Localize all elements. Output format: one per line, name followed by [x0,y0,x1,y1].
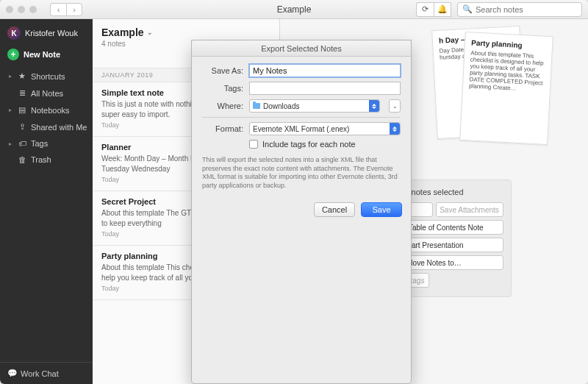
cancel-button[interactable]: Cancel [314,202,355,217]
nav-buttons: ‹ › [50,3,82,16]
card-title: Party planning [471,38,546,50]
select-stepper-icon [369,100,379,112]
sidebar-item-notebooks[interactable]: ▸▤Notebooks [4,102,93,118]
format-select[interactable]: Evernote XML Format (.enex) [249,122,401,135]
sync-icon[interactable]: ⟳ [416,2,434,17]
tags-label: Tags: [202,84,243,93]
include-tags-checkbox[interactable] [249,140,258,149]
sidebar: K Kristofer Wouk + New Note ▸★Shortcuts … [0,19,93,384]
save-button[interactable]: Save [361,202,402,217]
star-icon: ★ [18,71,26,81]
sidebar-item-label: Trash [31,155,51,164]
shared-icon: ⇪ [18,122,26,132]
new-note-button[interactable]: + New Note [7,49,93,60]
chevron-right-icon: ▸ [9,141,13,147]
forward-button[interactable]: › [66,3,82,16]
user-name: Kristofer Wouk [25,29,78,38]
account-row[interactable]: K Kristofer Wouk [0,19,93,46]
plus-icon: + [7,49,19,60]
tag-icon: 🏷 [18,139,26,148]
format-label: Format: [202,124,243,133]
format-value: Evernote XML Format (.enex) [253,125,349,133]
activity-icon[interactable]: 🔔 [434,2,451,17]
new-note-label: New Note [24,50,60,59]
save-as-label: Save As: [202,66,243,75]
chevron-right-icon: ▸ [9,107,13,113]
save-as-input[interactable] [249,64,401,77]
traffic-lights[interactable] [6,6,37,13]
close-dot[interactable] [6,6,13,13]
sidebar-item-allnotes[interactable]: ≣All Notes [4,85,93,102]
zoom-dot[interactable] [29,6,37,13]
include-tags-label: Include tags for each note [262,140,356,149]
dialog-title: Export Selected Notes [192,40,411,57]
chat-icon: 💬 [7,369,16,378]
sidebar-items: ▸★Shortcuts ≣All Notes ▸▤Notebooks ⇪Shar… [0,68,93,168]
avatar: K [7,26,21,40]
sidebar-item-label: Tags [31,139,48,148]
help-text: This will export the selected notes into… [202,153,401,192]
folder-icon [253,103,260,109]
sidebar-item-label: Shortcuts [31,72,65,81]
where-label: Where: [202,102,243,110]
sidebar-item-trash[interactable]: 🗑Trash [4,152,93,168]
search-icon: 🔍 [462,4,473,14]
select-stepper-icon [390,123,400,135]
chevron-right-icon: ▸ [9,73,13,79]
sidebar-item-label: Shared with Me [31,123,87,132]
search-input[interactable] [476,5,577,14]
notebook-title[interactable]: Example⌄ [101,26,270,38]
sidebar-item-label: All Notes [31,89,63,98]
sidebar-item-label: Notebooks [31,106,70,115]
where-value: Downloads [263,102,299,110]
app-window: ‹ › Example ⟳ 🔔 🔍 K Kristofer Wouk + New… [0,0,588,384]
disclosure-button[interactable]: ⌄ [389,99,401,113]
minimize-dot[interactable] [18,6,25,13]
card-body: About this template This checklist is de… [469,49,546,93]
sidebar-item-tags[interactable]: ▸🏷Tags [4,135,93,152]
titlebar: ‹ › Example ⟳ 🔔 🔍 [0,0,588,19]
notebook-icon: ▤ [18,105,26,115]
export-dialog: Export Selected Notes Save As: Tags: Whe… [191,40,412,384]
search-box[interactable]: 🔍 [457,2,582,17]
trash-icon: 🗑 [18,155,26,164]
workchat-button[interactable]: 💬 Work Chat [0,362,93,384]
notes-icon: ≣ [18,88,26,98]
where-select[interactable]: Downloads [249,99,380,113]
workchat-label: Work Chat [21,369,59,378]
save-attachments-button[interactable]: Save Attachments [436,202,503,217]
sidebar-item-shared[interactable]: ⇪Shared with Me [4,118,93,135]
note-card[interactable]: Party planning About this template This … [459,32,553,145]
tags-input[interactable] [249,82,401,95]
sidebar-item-shortcuts[interactable]: ▸★Shortcuts [4,68,93,85]
chevron-down-icon: ⌄ [147,29,153,36]
back-button[interactable]: ‹ [50,3,66,16]
